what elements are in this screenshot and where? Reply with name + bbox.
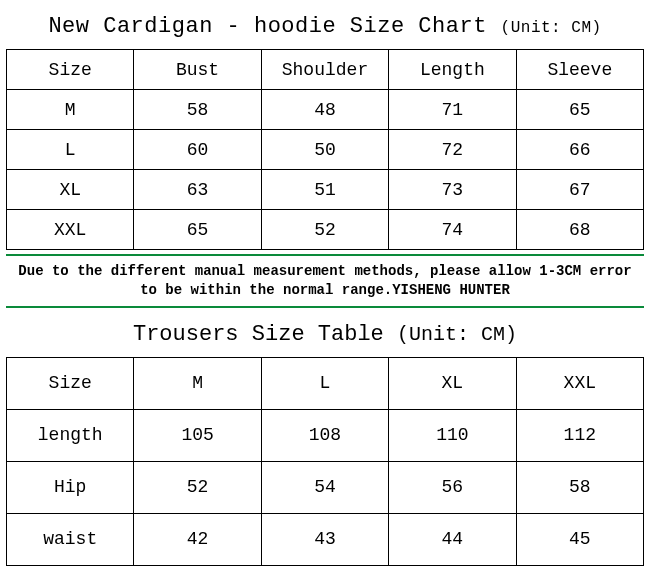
cell: 105	[134, 409, 261, 461]
table-row: length 105 108 110 112	[7, 409, 644, 461]
cell: 112	[516, 409, 643, 461]
cell: 68	[516, 210, 643, 250]
cell: 60	[134, 130, 261, 170]
cell: 58	[516, 461, 643, 513]
table-row: Size Bust Shoulder Length Sleeve	[7, 50, 644, 90]
cell: 108	[261, 409, 388, 461]
cell: 52	[134, 461, 261, 513]
header-cell: L	[261, 357, 388, 409]
measurement-note-container: Due to the different manual measurement …	[6, 254, 644, 308]
cell: 110	[389, 409, 516, 461]
hoodie-chart-title: New Cardigan - hoodie Size Chart (Unit: …	[0, 0, 650, 49]
cell: XXL	[7, 210, 134, 250]
hoodie-size-table: Size Bust Shoulder Length Sleeve M 58 48…	[6, 49, 644, 250]
cell: 51	[261, 170, 388, 210]
header-cell: Length	[389, 50, 516, 90]
cell: 67	[516, 170, 643, 210]
table-row: XL 63 51 73 67	[7, 170, 644, 210]
cell: L	[7, 130, 134, 170]
cell: 71	[389, 90, 516, 130]
cell: 58	[134, 90, 261, 130]
hoodie-title-text: New Cardigan - hoodie Size Chart	[48, 14, 486, 39]
header-cell: Size	[7, 50, 134, 90]
header-cell: Bust	[134, 50, 261, 90]
table-row: Size M L XL XXL	[7, 357, 644, 409]
cell: 73	[389, 170, 516, 210]
cell: 65	[516, 90, 643, 130]
header-cell: XXL	[516, 357, 643, 409]
header-cell: M	[134, 357, 261, 409]
cell: M	[7, 90, 134, 130]
table-row: XXL 65 52 74 68	[7, 210, 644, 250]
cell: 44	[389, 513, 516, 565]
cell: 43	[261, 513, 388, 565]
header-cell: Shoulder	[261, 50, 388, 90]
table-row: L 60 50 72 66	[7, 130, 644, 170]
cell: 50	[261, 130, 388, 170]
hoodie-title-unit: (Unit: CM)	[501, 19, 602, 37]
cell: XL	[7, 170, 134, 210]
cell: 45	[516, 513, 643, 565]
trousers-title-unit: (Unit: CM)	[397, 323, 517, 346]
cell: 65	[134, 210, 261, 250]
cell: 66	[516, 130, 643, 170]
cell: length	[7, 409, 134, 461]
cell: 52	[261, 210, 388, 250]
cell: 42	[134, 513, 261, 565]
header-cell: XL	[389, 357, 516, 409]
measurement-note: Due to the different manual measurement …	[16, 262, 634, 300]
trousers-size-table: Size M L XL XXL length 105 108 110 112 H…	[6, 357, 644, 566]
cell: 72	[389, 130, 516, 170]
cell: 63	[134, 170, 261, 210]
table-row: waist 42 43 44 45	[7, 513, 644, 565]
table-row: M 58 48 71 65	[7, 90, 644, 130]
trousers-chart-title: Trousers Size Table (Unit: CM)	[0, 308, 650, 357]
cell: 74	[389, 210, 516, 250]
cell: waist	[7, 513, 134, 565]
cell: 56	[389, 461, 516, 513]
table-row: Hip 52 54 56 58	[7, 461, 644, 513]
trousers-title-text: Trousers Size Table	[133, 322, 384, 347]
header-cell: Size	[7, 357, 134, 409]
cell: 48	[261, 90, 388, 130]
cell: Hip	[7, 461, 134, 513]
header-cell: Sleeve	[516, 50, 643, 90]
cell: 54	[261, 461, 388, 513]
